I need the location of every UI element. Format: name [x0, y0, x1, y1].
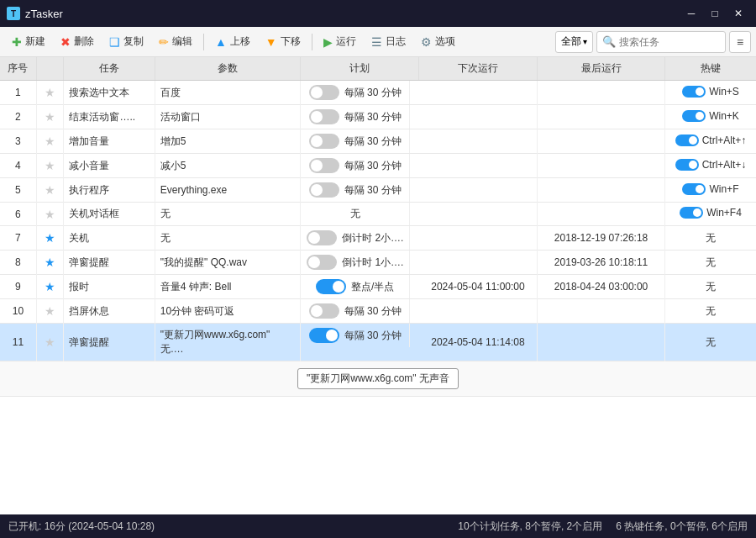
delete-label: 删除: [74, 34, 94, 49]
filter-select[interactable]: 全部 ▾: [555, 31, 593, 53]
hotkey-toggle[interactable]: [682, 183, 706, 195]
schedule-toggle[interactable]: [316, 279, 346, 294]
minimize-button[interactable]: ─: [680, 5, 702, 22]
cell-star[interactable]: ★: [36, 178, 64, 203]
table-row[interactable]: 6★关机对话框无无Win+F4: [0, 203, 756, 226]
delete-button[interactable]: ✖ 删除: [54, 32, 101, 51]
cell-num: 3: [0, 129, 36, 154]
table-row[interactable]: 8★弹窗提醒"我的提醒" QQ.wav倒计时 1小….2019-03-26 10…: [0, 251, 756, 275]
cell-num: 11: [0, 324, 36, 361]
schedule-text: 每隔 30 分钟: [344, 329, 402, 343]
table-row[interactable]: 5★执行程序Everything.exe每隔 30 分钟Win+F: [0, 178, 756, 203]
cell-star[interactable]: ★: [36, 129, 64, 154]
tooltip-row: "更新刀网www.x6g.com" 无声音: [0, 361, 756, 397]
schedule-toggle[interactable]: [309, 158, 339, 173]
hotkey-toggle[interactable]: [682, 110, 706, 122]
table-header-row: 序号 任务 参数 计划 下次运行 最后运行 热键: [0, 57, 756, 81]
cell-last-run: [538, 178, 665, 203]
schedule-toggle[interactable]: [309, 109, 339, 124]
star-icon: ★: [45, 280, 55, 293]
cell-param: 活动窗口: [155, 105, 300, 129]
cell-schedule: 每隔 30 分钟: [301, 129, 410, 153]
cell-star[interactable]: ★: [36, 226, 64, 251]
schedule-toggle[interactable]: [309, 182, 339, 198]
titlebar-controls[interactable]: ─ □ ✕: [680, 5, 749, 22]
cell-schedule: 每隔 30 分钟: [301, 154, 410, 177]
down-button[interactable]: ▼ 下移: [259, 32, 307, 51]
cell-star[interactable]: ★: [36, 299, 64, 324]
task-table: 序号 任务 参数 计划 下次运行 最后运行 热键 1★搜索选中文本百度每隔 30…: [0, 57, 756, 397]
table-row[interactable]: 3★增加音量增加5每隔 30 分钟Ctrl+Alt+↑: [0, 129, 756, 154]
schedule-text: 每隔 30 分钟: [344, 304, 402, 319]
log-button[interactable]: ☰ 日志: [365, 32, 412, 51]
app-icon: T: [7, 7, 20, 20]
table-row[interactable]: 9★报时音量4 钟声: Bell整点/半点2024-05-04 11:00:00…: [0, 275, 756, 299]
table-row[interactable]: 1★搜索选中文本百度每隔 30 分钟Win+S: [0, 81, 756, 105]
schedule-toggle[interactable]: [309, 134, 339, 149]
hotkey-toggle[interactable]: [675, 159, 699, 171]
cell-param: Everything.exe: [155, 178, 300, 203]
cell-hotkey: 无: [664, 324, 756, 361]
new-button[interactable]: ✚ 新建: [5, 32, 52, 51]
table-row[interactable]: 7★关机无倒计时 2小….2018-12-19 07:26:18无: [0, 226, 756, 251]
table-row[interactable]: 2★结束活动窗…..活动窗口每隔 30 分钟Win+K: [0, 105, 756, 129]
cell-star[interactable]: ★: [36, 275, 64, 299]
table-row[interactable]: 10★挡屏休息10分钟 密码可返每隔 30 分钟无: [0, 299, 756, 324]
hotkey-badge: Win+F: [682, 183, 738, 195]
schedule-text: 整点/半点: [351, 280, 394, 294]
up-button[interactable]: ▲ 上移: [208, 32, 257, 51]
schedule-toggle[interactable]: [309, 328, 339, 343]
log-label: 日志: [386, 34, 406, 49]
hotkey-text: Ctrl+Alt+↑: [702, 134, 747, 146]
cell-star[interactable]: ★: [36, 81, 64, 105]
edit-button[interactable]: ✏ 编辑: [152, 32, 199, 51]
hotkey-badge: Win+K: [682, 110, 739, 122]
titlebar: T zTasker ─ □ ✕: [0, 0, 756, 27]
edit-icon: ✏: [159, 35, 169, 49]
options-button[interactable]: ⚙ 选项: [414, 32, 462, 51]
hotkey-badge: Ctrl+Alt+↑: [675, 134, 747, 146]
cell-star[interactable]: ★: [36, 251, 64, 275]
schedule-toggle[interactable]: [307, 230, 337, 245]
hotkey-toggle[interactable]: [682, 86, 706, 98]
hotkey-toggle[interactable]: [675, 134, 699, 146]
schedule-toggle[interactable]: [309, 303, 339, 319]
cell-last-run: 2018-04-24 03:00:00: [538, 275, 665, 299]
cell-num: 6: [0, 203, 36, 226]
search-box: 🔍: [596, 31, 726, 53]
cell-schedule: 无: [301, 203, 410, 225]
statusbar: 已开机: 16分 (2024-05-04 10:28) 10个计划任务, 8个暂…: [0, 514, 756, 538]
cell-task: 挡屏休息: [64, 299, 155, 324]
cell-hotkey: 无: [664, 299, 756, 324]
col-header-hotkey: 热键: [664, 57, 756, 81]
star-icon: ★: [45, 110, 55, 124]
copy-button[interactable]: ❑ 复制: [102, 32, 150, 51]
cell-next-run: [419, 251, 538, 275]
cell-param: 增加5: [155, 129, 300, 154]
cell-next-run: [419, 203, 538, 226]
search-input[interactable]: [619, 36, 720, 48]
cell-star[interactable]: ★: [36, 105, 64, 129]
close-button[interactable]: ✕: [727, 5, 749, 22]
cell-last-run: [538, 129, 665, 154]
hotkey-text: Ctrl+Alt+↓: [702, 159, 747, 171]
table-row[interactable]: 11★弹窗提醒"更新刀网www.x6g.com" 无….每隔 30 分钟2024…: [0, 324, 756, 361]
menu-icon-button[interactable]: ≡: [729, 31, 751, 53]
table-row[interactable]: 4★减小音量减小5每隔 30 分钟Ctrl+Alt+↓: [0, 154, 756, 178]
run-button[interactable]: ▶ 运行: [317, 32, 363, 51]
cell-star[interactable]: ★: [36, 203, 64, 226]
cell-star[interactable]: ★: [36, 324, 64, 361]
cell-star[interactable]: ★: [36, 154, 64, 178]
status-right: 10个计划任务, 8个暂停, 2个启用 6 热键任务, 0个暂停, 6个启用: [458, 520, 748, 534]
run-label: 运行: [336, 34, 356, 49]
schedule-toggle[interactable]: [307, 255, 337, 270]
cell-num: 1: [0, 81, 36, 105]
up-icon: ▲: [215, 35, 227, 49]
hotkey-toggle[interactable]: [680, 207, 703, 219]
run-icon: ▶: [323, 35, 333, 49]
maximize-button[interactable]: □: [704, 5, 726, 22]
schedule-toggle[interactable]: [309, 85, 339, 100]
cell-param: "我的提醒" QQ.wav: [155, 251, 300, 275]
log-icon: ☰: [371, 35, 382, 49]
edit-label: 编辑: [172, 34, 192, 49]
